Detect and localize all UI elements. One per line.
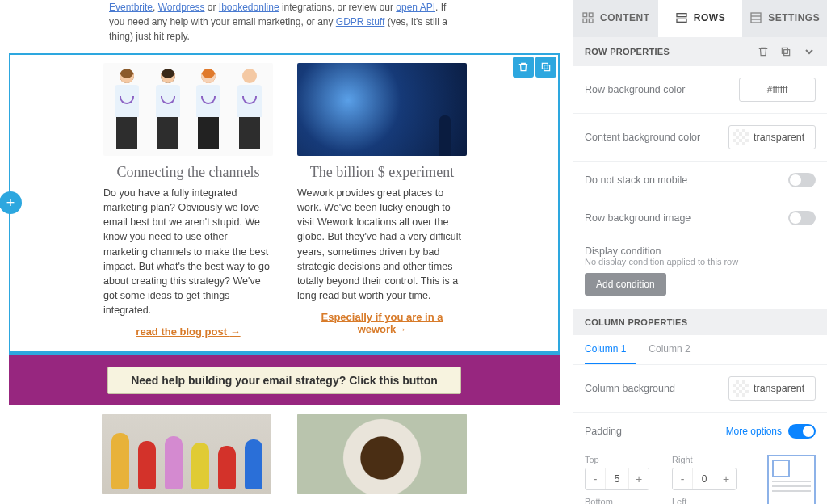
svg-rect-11	[784, 50, 790, 56]
svg-rect-5	[589, 19, 593, 23]
duplicate-icon[interactable]	[780, 46, 791, 57]
stack-mobile-toggle[interactable]	[788, 173, 816, 187]
svg-rect-8	[751, 13, 761, 23]
content-bgcolor-label: Content background color	[585, 132, 700, 143]
col2-body: Wework provides great places to work. We…	[297, 186, 467, 303]
svg-rect-12	[782, 48, 787, 53]
pad-bottom-label: Bottom	[585, 497, 661, 504]
link-ibookedonline[interactable]: Ibookedonline	[219, 2, 279, 13]
row-below[interactable]: Update alert, meet Burt Prepare yourself	[4, 405, 565, 504]
stack-mobile-label: Do not stack on mobile	[585, 174, 687, 186]
row-bgcolor-label: Row background color	[585, 84, 685, 95]
burt-image	[102, 414, 271, 494]
svg-rect-3	[589, 13, 593, 17]
duplicate-row-icon[interactable]	[535, 57, 556, 78]
selected-row[interactable]: + Connecting the channels Do y	[9, 53, 560, 352]
column-properties-header: COLUMN PROPERTIES	[573, 309, 827, 335]
display-condition-sub: No display condition applied to this row	[585, 257, 816, 267]
add-condition-button[interactable]: Add condition	[585, 273, 666, 296]
delete-icon[interactable]	[758, 46, 769, 57]
display-condition-label: Display condition	[585, 246, 816, 257]
link-wordpress[interactable]: Wordpress	[158, 2, 205, 13]
tab-settings[interactable]: SETTINGS	[742, 0, 827, 37]
pad-top-label: Top	[585, 455, 661, 464]
link-gdpr[interactable]: GDPR stuff	[336, 16, 384, 27]
wework-image	[297, 63, 467, 156]
coffee-image	[297, 414, 467, 494]
column-bg-label: Column background	[585, 383, 675, 394]
svg-rect-6	[677, 13, 686, 16]
intro-text: Eventbrite, Wordpress or Ibookedonline i…	[4, 0, 565, 44]
svg-rect-0	[544, 65, 550, 71]
tab-content[interactable]: CONTENT	[573, 0, 658, 37]
properties-panel: CONTENT ROWS SETTINGS ROW PROPERTIES	[573, 0, 827, 504]
svg-rect-2	[583, 13, 587, 17]
row-bgimage-label: Row background image	[585, 212, 691, 224]
row-properties-header: ROW PROPERTIES	[573, 37, 827, 66]
column-tab-2[interactable]: Column 2	[649, 335, 699, 364]
col1-title: Connecting the channels	[103, 164, 273, 181]
column-tab-1[interactable]: Column 1	[585, 335, 636, 364]
link-openapi[interactable]: open API	[396, 2, 435, 13]
link-eventbrite[interactable]: Eventbrite	[109, 2, 153, 13]
column-2[interactable]: The billion $ experiment Wework provides…	[297, 63, 467, 338]
pad-top-stepper[interactable]: -5+	[585, 468, 649, 490]
col1-cta-link[interactable]: read the blog post →	[136, 326, 240, 338]
more-options-toggle[interactable]	[788, 424, 816, 439]
svg-rect-4	[583, 19, 587, 23]
column-bg-input[interactable]: transparent	[728, 376, 816, 401]
cta-bar-row[interactable]: Need help building your email strategy? …	[9, 355, 560, 405]
chevron-down-icon[interactable]	[803, 45, 816, 58]
svg-rect-7	[677, 19, 686, 22]
content-bgcolor-input[interactable]: transparent	[728, 125, 816, 149]
col2-cta-link[interactable]: Especially if you are in a wework→	[297, 311, 467, 335]
row-bgcolor-input[interactable]: #ffffff	[739, 78, 816, 102]
tab-rows[interactable]: ROWS	[658, 0, 743, 37]
delete-row-icon[interactable]	[513, 57, 534, 78]
pad-left-label: Left	[672, 497, 748, 504]
row-bgimage-toggle[interactable]	[788, 211, 816, 225]
padding-label: Padding	[585, 426, 622, 437]
svg-rect-1	[542, 63, 548, 69]
add-row-button[interactable]: +	[0, 191, 22, 214]
pad-right-stepper[interactable]: -0+	[672, 468, 737, 490]
col2-title: The billion $ experiment	[297, 164, 467, 181]
col1-body: Do you have a fully integrated marketing…	[103, 186, 273, 317]
column-1[interactable]: Connecting the channels Do you have a fu…	[103, 63, 273, 338]
padding-preview	[767, 455, 816, 504]
people-illustration	[103, 63, 273, 156]
pad-right-label: Right	[672, 455, 748, 464]
more-options-link[interactable]: More options	[726, 426, 782, 437]
strategy-cta-button[interactable]: Need help building your email strategy? …	[107, 367, 461, 394]
